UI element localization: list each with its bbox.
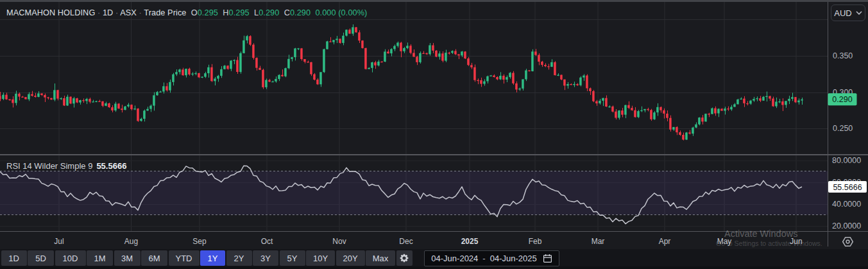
svg-text:Jul: Jul bbox=[54, 237, 64, 246]
svg-text:Feb: Feb bbox=[529, 237, 542, 246]
svg-text:20.0000: 20.0000 bbox=[832, 221, 861, 230]
svg-text:Dec: Dec bbox=[399, 237, 413, 246]
svg-text:Sep: Sep bbox=[192, 237, 207, 246]
svg-text:2025: 2025 bbox=[461, 237, 479, 246]
svg-text:Aug: Aug bbox=[124, 237, 138, 246]
svg-text:0.290: 0.290 bbox=[832, 95, 852, 104]
svg-text:Apr: Apr bbox=[659, 237, 671, 246]
svg-text:Nov: Nov bbox=[332, 237, 346, 246]
svg-text:80.0000: 80.0000 bbox=[832, 156, 861, 165]
svg-text:0.250: 0.250 bbox=[833, 124, 853, 133]
svg-text:40.0000: 40.0000 bbox=[832, 200, 861, 209]
svg-text:Oct: Oct bbox=[261, 237, 273, 246]
svg-text:Mar: Mar bbox=[591, 237, 605, 246]
svg-text:55.5666: 55.5666 bbox=[833, 183, 862, 192]
svg-text:0.350: 0.350 bbox=[833, 51, 853, 60]
